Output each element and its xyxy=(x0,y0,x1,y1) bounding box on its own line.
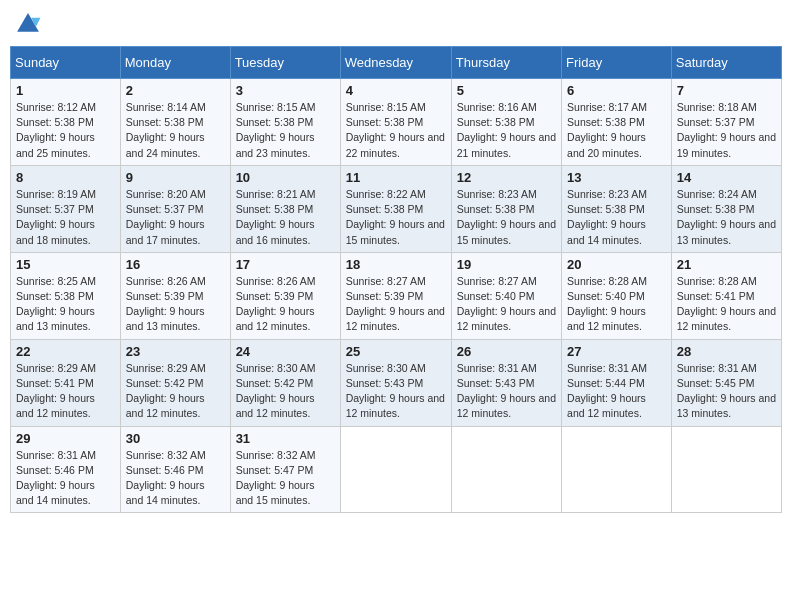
calendar-day-1: 1Sunrise: 8:12 AMSunset: 5:38 PMDaylight… xyxy=(11,79,121,166)
calendar-day-3: 3Sunrise: 8:15 AMSunset: 5:38 PMDaylight… xyxy=(230,79,340,166)
calendar-day-18: 18Sunrise: 8:27 AMSunset: 5:39 PMDayligh… xyxy=(340,252,451,339)
calendar-day-8: 8Sunrise: 8:19 AMSunset: 5:37 PMDaylight… xyxy=(11,165,121,252)
calendar-day-7: 7Sunrise: 8:18 AMSunset: 5:37 PMDaylight… xyxy=(671,79,781,166)
calendar-day-11: 11Sunrise: 8:22 AMSunset: 5:38 PMDayligh… xyxy=(340,165,451,252)
day-header-row: SundayMondayTuesdayWednesdayThursdayFrid… xyxy=(11,47,782,79)
calendar-day-23: 23Sunrise: 8:29 AMSunset: 5:42 PMDayligh… xyxy=(120,339,230,426)
calendar-day-15: 15Sunrise: 8:25 AMSunset: 5:38 PMDayligh… xyxy=(11,252,121,339)
empty-cell xyxy=(340,426,451,513)
header xyxy=(10,10,782,38)
logo xyxy=(14,10,46,38)
calendar-day-21: 21Sunrise: 8:28 AMSunset: 5:41 PMDayligh… xyxy=(671,252,781,339)
week-row-4: 22Sunrise: 8:29 AMSunset: 5:41 PMDayligh… xyxy=(11,339,782,426)
calendar-day-20: 20Sunrise: 8:28 AMSunset: 5:40 PMDayligh… xyxy=(562,252,672,339)
calendar-day-4: 4Sunrise: 8:15 AMSunset: 5:38 PMDaylight… xyxy=(340,79,451,166)
calendar-day-12: 12Sunrise: 8:23 AMSunset: 5:38 PMDayligh… xyxy=(451,165,561,252)
calendar-day-2: 2Sunrise: 8:14 AMSunset: 5:38 PMDaylight… xyxy=(120,79,230,166)
calendar-table: SundayMondayTuesdayWednesdayThursdayFrid… xyxy=(10,46,782,513)
week-row-2: 8Sunrise: 8:19 AMSunset: 5:37 PMDaylight… xyxy=(11,165,782,252)
calendar-day-17: 17Sunrise: 8:26 AMSunset: 5:39 PMDayligh… xyxy=(230,252,340,339)
empty-cell xyxy=(562,426,672,513)
week-row-3: 15Sunrise: 8:25 AMSunset: 5:38 PMDayligh… xyxy=(11,252,782,339)
calendar-day-28: 28Sunrise: 8:31 AMSunset: 5:45 PMDayligh… xyxy=(671,339,781,426)
calendar-day-30: 30Sunrise: 8:32 AMSunset: 5:46 PMDayligh… xyxy=(120,426,230,513)
calendar-day-5: 5Sunrise: 8:16 AMSunset: 5:38 PMDaylight… xyxy=(451,79,561,166)
week-row-1: 1Sunrise: 8:12 AMSunset: 5:38 PMDaylight… xyxy=(11,79,782,166)
calendar-day-26: 26Sunrise: 8:31 AMSunset: 5:43 PMDayligh… xyxy=(451,339,561,426)
calendar-day-29: 29Sunrise: 8:31 AMSunset: 5:46 PMDayligh… xyxy=(11,426,121,513)
calendar-day-25: 25Sunrise: 8:30 AMSunset: 5:43 PMDayligh… xyxy=(340,339,451,426)
day-header-wednesday: Wednesday xyxy=(340,47,451,79)
calendar-day-16: 16Sunrise: 8:26 AMSunset: 5:39 PMDayligh… xyxy=(120,252,230,339)
calendar-day-10: 10Sunrise: 8:21 AMSunset: 5:38 PMDayligh… xyxy=(230,165,340,252)
calendar-day-27: 27Sunrise: 8:31 AMSunset: 5:44 PMDayligh… xyxy=(562,339,672,426)
day-header-tuesday: Tuesday xyxy=(230,47,340,79)
calendar-day-6: 6Sunrise: 8:17 AMSunset: 5:38 PMDaylight… xyxy=(562,79,672,166)
calendar-day-13: 13Sunrise: 8:23 AMSunset: 5:38 PMDayligh… xyxy=(562,165,672,252)
calendar-day-24: 24Sunrise: 8:30 AMSunset: 5:42 PMDayligh… xyxy=(230,339,340,426)
day-header-thursday: Thursday xyxy=(451,47,561,79)
calendar-day-31: 31Sunrise: 8:32 AMSunset: 5:47 PMDayligh… xyxy=(230,426,340,513)
calendar-day-9: 9Sunrise: 8:20 AMSunset: 5:37 PMDaylight… xyxy=(120,165,230,252)
logo-icon xyxy=(14,10,42,38)
calendar-day-22: 22Sunrise: 8:29 AMSunset: 5:41 PMDayligh… xyxy=(11,339,121,426)
empty-cell xyxy=(451,426,561,513)
day-header-monday: Monday xyxy=(120,47,230,79)
calendar-day-14: 14Sunrise: 8:24 AMSunset: 5:38 PMDayligh… xyxy=(671,165,781,252)
day-header-sunday: Sunday xyxy=(11,47,121,79)
empty-cell xyxy=(671,426,781,513)
day-header-friday: Friday xyxy=(562,47,672,79)
day-header-saturday: Saturday xyxy=(671,47,781,79)
week-row-5: 29Sunrise: 8:31 AMSunset: 5:46 PMDayligh… xyxy=(11,426,782,513)
calendar-day-19: 19Sunrise: 8:27 AMSunset: 5:40 PMDayligh… xyxy=(451,252,561,339)
